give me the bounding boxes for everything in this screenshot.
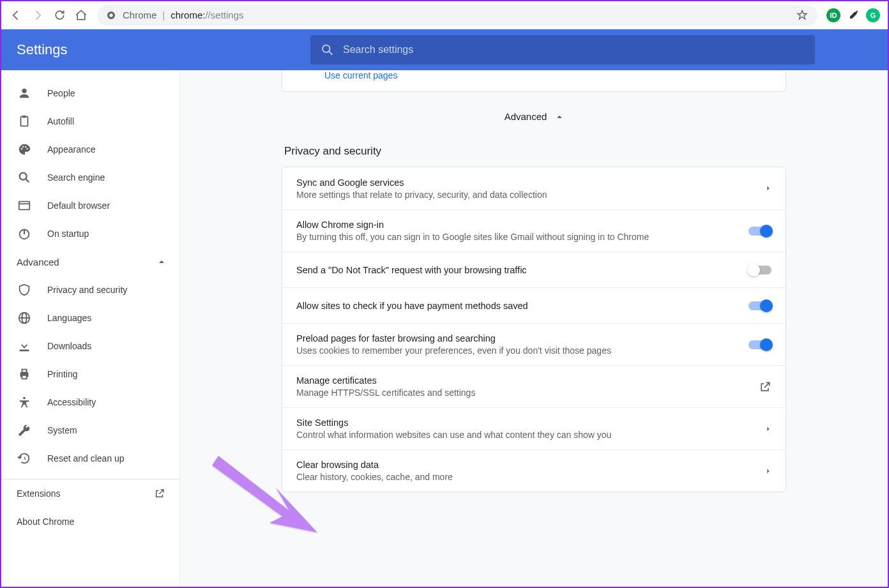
toggle-preload-pages[interactable] [748, 340, 771, 349]
download-icon [17, 338, 32, 354]
wrench-icon [17, 423, 32, 438]
row-sync-services[interactable]: Sync and Google servicesMore settings th… [282, 167, 786, 209]
toggle-chrome-signin[interactable] [748, 227, 771, 236]
row-site-settings[interactable]: Site SettingsControl what information we… [282, 407, 786, 449]
sidebar-item-autofill[interactable]: Autofill [1, 107, 179, 135]
svg-point-1 [109, 13, 112, 17]
eyedropper-icon[interactable] [847, 9, 860, 22]
sidebar-advanced-toggle[interactable]: Advanced [1, 248, 179, 276]
open-external-icon [154, 488, 165, 499]
sidebar-item-label: Autofill [47, 116, 74, 126]
sidebar-item-about[interactable]: About Chrome [1, 508, 179, 536]
sidebar-item-default-browser[interactable]: Default browser [1, 192, 179, 220]
section-title-privacy: Privacy and security [282, 137, 786, 167]
row-payment-check[interactable]: Allow sites to check if you have payment… [282, 287, 786, 323]
sidebar-item-label: Printing [47, 369, 77, 379]
clipboard-icon [17, 114, 32, 129]
back-button[interactable] [5, 4, 27, 26]
omnibox-label: Chrome [123, 10, 156, 20]
sidebar-item-label: People [47, 88, 75, 98]
restore-icon [17, 451, 32, 466]
sidebar: People Autofill Appearance Search engine… [1, 70, 180, 587]
svg-point-24 [23, 397, 26, 400]
row-clear-browsing-data[interactable]: Clear browsing dataClear history, cookie… [282, 449, 786, 492]
sidebar-item-label: Appearance [47, 144, 96, 155]
row-subtitle: More settings that relate to privacy, se… [296, 190, 755, 200]
svg-point-7 [21, 148, 22, 149]
extension-badge-id[interactable]: ID [826, 8, 840, 22]
row-title: Send a "Do Not Track" request with your … [296, 265, 738, 275]
chevron-right-icon [765, 467, 771, 476]
search-input[interactable] [343, 44, 805, 56]
advanced-toggle[interactable]: Advanced [282, 92, 786, 137]
row-subtitle: Manage HTTPS/SSL certificates and settin… [296, 388, 748, 398]
sidebar-item-search-engine[interactable]: Search engine [1, 163, 179, 192]
svg-rect-13 [19, 202, 30, 210]
sidebar-item-on-startup[interactable]: On startup [1, 220, 179, 248]
printer-icon [17, 366, 32, 382]
chrome-icon [106, 10, 116, 20]
chevron-right-icon [765, 425, 771, 433]
chevron-right-icon [765, 184, 771, 193]
svg-point-8 [22, 146, 24, 147]
svg-point-11 [20, 173, 27, 180]
sidebar-item-printing[interactable]: Printing [1, 360, 179, 388]
row-chrome-signin[interactable]: Allow Chrome sign-inBy turning this off,… [282, 209, 786, 252]
sidebar-item-privacy[interactable]: Privacy and security [1, 276, 179, 304]
chevron-up-icon [158, 258, 165, 266]
sidebar-item-label: Downloads [47, 341, 91, 351]
row-title: Allow Chrome sign-in [296, 220, 738, 230]
sidebar-item-label: Accessibility [47, 397, 96, 407]
row-title: Sync and Google services [296, 177, 755, 188]
row-subtitle: By turning this off, you can sign in to … [296, 232, 738, 242]
svg-line-12 [26, 179, 29, 183]
svg-rect-5 [21, 117, 28, 126]
search-settings[interactable] [310, 35, 815, 64]
svg-rect-6 [22, 116, 26, 118]
row-title: Preload pages for faster browsing and se… [296, 333, 738, 343]
row-manage-certificates[interactable]: Manage certificatesManage HTTPS/SSL cert… [282, 365, 786, 407]
svg-rect-20 [20, 350, 29, 352]
url-path: //settings [205, 10, 243, 20]
row-title: Manage certificates [296, 375, 748, 386]
reload-button[interactable] [49, 4, 70, 26]
globe-icon [17, 310, 32, 326]
shield-icon [17, 282, 32, 298]
row-title: Clear browsing data [296, 460, 755, 470]
row-do-not-track[interactable]: Send a "Do Not Track" request with your … [282, 252, 786, 287]
sidebar-item-accessibility[interactable]: Accessibility [1, 388, 179, 416]
sidebar-item-label: On startup [47, 229, 89, 239]
sidebar-advanced-label: Advanced [17, 257, 59, 268]
sidebar-item-label: Extensions [17, 488, 60, 499]
advanced-label: Advanced [505, 111, 547, 122]
sidebar-item-label: About Chrome [17, 516, 74, 527]
toggle-payment-check[interactable] [748, 301, 771, 310]
svg-line-3 [329, 52, 332, 55]
bookmark-star-icon[interactable] [796, 9, 809, 22]
sidebar-item-languages[interactable]: Languages [1, 304, 179, 332]
browser-icon [17, 198, 32, 213]
page-title: Settings [17, 41, 310, 58]
row-title: Site Settings [296, 418, 755, 428]
search-icon [17, 170, 32, 185]
toggle-do-not-track[interactable] [748, 266, 771, 275]
extension-badge-g[interactable]: G [866, 8, 880, 22]
svg-point-10 [26, 148, 27, 149]
row-preload-pages[interactable]: Preload pages for faster browsing and se… [282, 323, 786, 365]
sidebar-item-people[interactable]: People [1, 79, 179, 107]
startup-card-fragment: Use current pages [282, 70, 786, 92]
sidebar-item-label: Default browser [47, 200, 110, 211]
home-button[interactable] [70, 4, 92, 26]
sidebar-item-appearance[interactable]: Appearance [1, 135, 179, 163]
sidebar-item-reset[interactable]: Reset and clean up [1, 444, 179, 472]
forward-button[interactable] [27, 4, 49, 26]
sidebar-item-extensions[interactable]: Extensions [1, 479, 179, 508]
use-current-pages-link[interactable]: Use current pages [324, 70, 397, 80]
row-subtitle: Uses cookies to remember your preference… [296, 345, 738, 356]
sidebar-item-system[interactable]: System [1, 416, 179, 444]
app-header: Settings [1, 29, 888, 70]
row-subtitle: Clear history, cookies, cache, and more [296, 472, 755, 482]
address-bar[interactable]: Chrome | chrome://settings [97, 5, 817, 26]
sidebar-item-downloads[interactable]: Downloads [1, 332, 179, 360]
sidebar-item-label: Languages [47, 313, 91, 323]
